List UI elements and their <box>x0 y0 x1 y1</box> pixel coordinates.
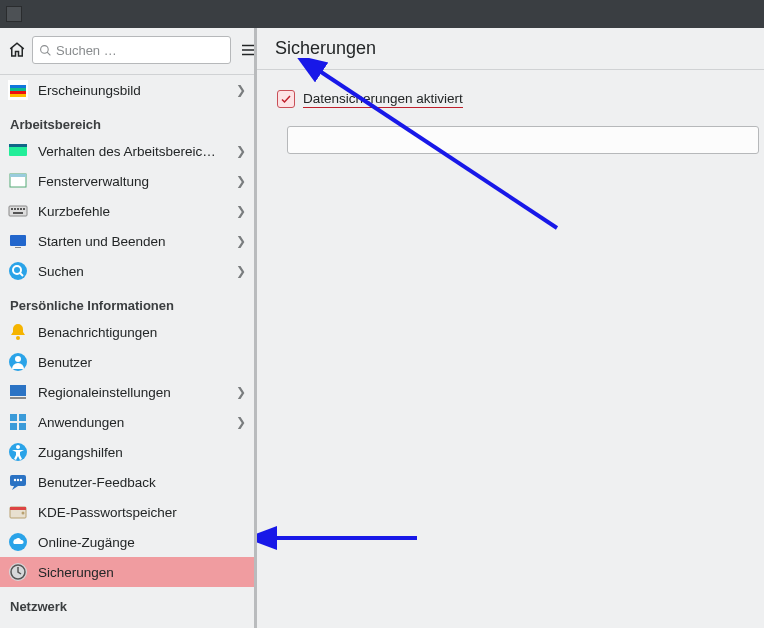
hamburger-icon <box>239 41 257 59</box>
apps-icon <box>8 412 28 432</box>
sidebar-item-label: Suchen <box>38 264 226 279</box>
sidebar-item-applications[interactable]: Anwendungen ❯ <box>0 407 254 437</box>
sidebar-item-label: Regionaleinstellungen <box>38 385 226 400</box>
svg-rect-9 <box>10 94 26 97</box>
svg-point-36 <box>16 445 20 449</box>
home-button[interactable] <box>8 38 26 62</box>
sidebar-item-backups[interactable]: Sicherungen <box>0 557 254 587</box>
search-box[interactable] <box>32 36 231 64</box>
sidebar-item-label: Kurzbefehle <box>38 204 226 219</box>
chevron-right-icon: ❯ <box>236 234 246 248</box>
bell-icon <box>8 322 28 342</box>
svg-rect-20 <box>13 212 23 214</box>
svg-point-23 <box>9 262 27 280</box>
sidebar-header <box>0 28 254 72</box>
svg-rect-31 <box>10 414 17 421</box>
svg-rect-13 <box>10 174 26 177</box>
sidebar-item-window-management[interactable]: Fensterverwaltung ❯ <box>0 166 254 196</box>
content-header: Sicherungen <box>257 28 764 70</box>
svg-rect-17 <box>17 208 19 210</box>
svg-point-39 <box>17 479 19 481</box>
sidebar-item-workspace-behavior[interactable]: Verhalten des Arbeitsbereic… ❯ <box>0 136 254 166</box>
main-layout: Erscheinungsbild ❯ Arbeitsbereich Verhal… <box>0 28 764 628</box>
chevron-right-icon: ❯ <box>236 174 246 188</box>
search-module-icon <box>8 261 28 281</box>
sidebar-item-label: Verhalten des Arbeitsbereic… <box>38 144 226 159</box>
titlebar <box>0 0 764 28</box>
svg-rect-15 <box>11 208 13 210</box>
search-icon <box>39 44 52 57</box>
category-personal: Persönliche Informationen <box>0 286 254 317</box>
svg-point-43 <box>22 512 25 515</box>
sidebar-item-kwallet[interactable]: KDE-Passwortspeicher <box>0 497 254 527</box>
sidebar: Erscheinungsbild ❯ Arbeitsbereich Verhal… <box>0 28 257 628</box>
svg-rect-8 <box>10 85 26 88</box>
check-icon <box>280 93 292 105</box>
svg-point-28 <box>15 356 21 362</box>
sidebar-item-appearance[interactable]: Erscheinungsbild ❯ <box>0 75 254 105</box>
enable-backups-row: Datensicherungen aktiviert <box>277 90 764 108</box>
sidebar-item-label: Zugangshilfen <box>38 445 246 460</box>
enable-backups-label[interactable]: Datensicherungen aktiviert <box>303 91 463 108</box>
svg-rect-18 <box>20 208 22 210</box>
appearance-icon <box>8 80 28 100</box>
sidebar-item-online-accounts[interactable]: Online-Zugänge <box>0 527 254 557</box>
sidebar-item-search[interactable]: Suchen ❯ <box>0 256 254 286</box>
annotation-arrow-2 <box>257 523 437 553</box>
sidebar-item-regional[interactable]: Regionaleinstellungen ❯ <box>0 377 254 407</box>
category-workspace: Arbeitsbereich <box>0 105 254 136</box>
sidebar-item-label: Sicherungen <box>38 565 246 580</box>
sidebar-item-label: KDE-Passwortspeicher <box>38 505 246 520</box>
workspace-icon <box>8 141 28 161</box>
backup-icon <box>8 562 28 582</box>
sidebar-item-startup[interactable]: Starten und Beenden ❯ <box>0 226 254 256</box>
content-pane: Sicherungen Datensicherungen aktiviert <box>257 28 764 628</box>
chevron-right-icon: ❯ <box>236 144 246 158</box>
svg-rect-19 <box>23 208 25 210</box>
svg-rect-30 <box>10 397 26 399</box>
svg-rect-33 <box>10 423 17 430</box>
chevron-right-icon: ❯ <box>236 385 246 399</box>
svg-rect-32 <box>19 414 26 421</box>
chevron-right-icon: ❯ <box>236 264 246 278</box>
home-icon <box>8 41 26 59</box>
backup-config-panel <box>287 126 759 154</box>
sidebar-item-feedback[interactable]: Benutzer-Feedback <box>0 467 254 497</box>
sidebar-item-accessibility[interactable]: Zugangshilfen <box>0 437 254 467</box>
sidebar-item-label: Benutzer <box>38 355 246 370</box>
feedback-icon <box>8 472 28 492</box>
svg-rect-16 <box>14 208 16 210</box>
svg-rect-21 <box>10 235 26 246</box>
page-title: Sicherungen <box>275 38 376 59</box>
category-network: Netzwerk <box>0 587 254 618</box>
window-icon <box>8 171 28 191</box>
accessibility-icon <box>8 442 28 462</box>
app-icon <box>6 6 22 22</box>
enable-backups-checkbox[interactable] <box>277 90 295 108</box>
chevron-right-icon: ❯ <box>236 415 246 429</box>
svg-point-38 <box>14 479 16 481</box>
svg-rect-11 <box>9 144 27 147</box>
hamburger-menu-button[interactable] <box>239 37 257 63</box>
sidebar-item-label: Benutzer-Feedback <box>38 475 246 490</box>
keyboard-icon <box>8 201 28 221</box>
sidebar-item-notifications[interactable]: Benachrichtigungen <box>0 317 254 347</box>
svg-point-0 <box>41 45 49 53</box>
svg-rect-6 <box>10 91 26 94</box>
sidebar-item-shortcuts[interactable]: Kurzbefehle ❯ <box>0 196 254 226</box>
sidebar-item-users[interactable]: Benutzer <box>0 347 254 377</box>
content-body: Datensicherungen aktiviert <box>257 70 764 154</box>
wallet-icon <box>8 502 28 522</box>
sidebar-item-label: Anwendungen <box>38 415 226 430</box>
search-input[interactable] <box>56 43 224 58</box>
user-icon <box>8 352 28 372</box>
svg-rect-42 <box>10 507 26 510</box>
cloud-icon <box>8 532 28 552</box>
sidebar-item-label: Erscheinungsbild <box>38 83 226 98</box>
sidebar-item-label: Benachrichtigungen <box>38 325 246 340</box>
svg-rect-29 <box>10 385 26 396</box>
svg-rect-7 <box>10 88 26 91</box>
sidebar-item-label: Online-Zugänge <box>38 535 246 550</box>
chevron-right-icon: ❯ <box>236 204 246 218</box>
sidebar-item-label: Fensterverwaltung <box>38 174 226 189</box>
